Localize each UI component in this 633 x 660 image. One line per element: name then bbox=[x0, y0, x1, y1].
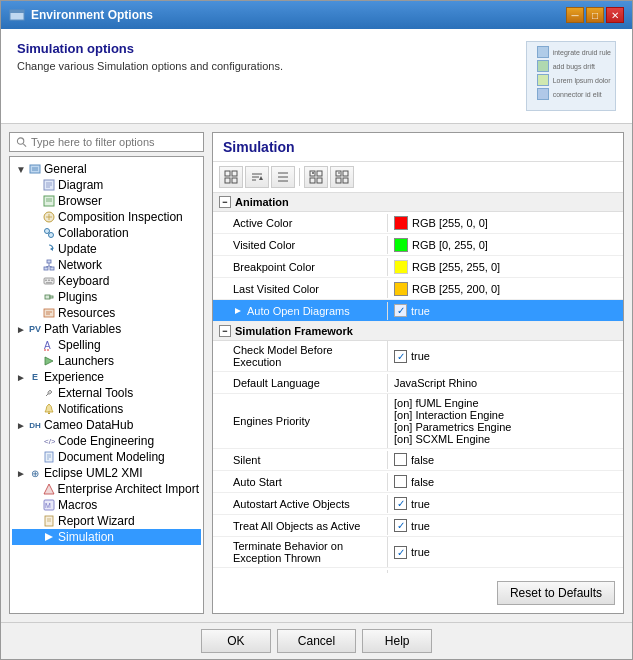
toolbar-btn-grid[interactable] bbox=[219, 166, 243, 188]
section-sim-framework[interactable]: − Simulation Framework bbox=[213, 322, 623, 341]
close-button[interactable]: ✕ bbox=[606, 7, 624, 23]
tree-item-doc-modeling[interactable]: Document Modeling bbox=[12, 449, 201, 465]
text-silent: false bbox=[411, 454, 434, 466]
tree-item-launchers[interactable]: Launchers bbox=[12, 353, 201, 369]
tree-item-browser[interactable]: Browser bbox=[12, 193, 201, 209]
tree-icon-simulation bbox=[42, 530, 56, 544]
prop-auto-open-diagrams: Auto Open Diagrams true bbox=[213, 300, 623, 322]
help-button[interactable]: Help bbox=[362, 629, 432, 653]
tree-label-code-eng: Code Engineering bbox=[58, 434, 154, 448]
prop-value-engines[interactable]: [on] fUML Engine [on] Interaction Engine… bbox=[388, 394, 623, 448]
tree-item-macros[interactable]: M Macros bbox=[12, 497, 201, 513]
checkbox-auto-open[interactable] bbox=[394, 304, 407, 317]
tree-item-simulation[interactable]: Simulation bbox=[12, 529, 201, 545]
toolbar-btn-collapse[interactable] bbox=[330, 166, 354, 188]
maximize-button[interactable]: □ bbox=[586, 7, 604, 23]
doc-icon-2 bbox=[537, 60, 549, 72]
prop-name-treat-all: Treat All Objects as Active bbox=[213, 517, 388, 535]
tree-toggle-eclipse[interactable]: ► bbox=[14, 466, 28, 480]
tree-item-cameo[interactable]: ► DH Cameo DataHub bbox=[12, 417, 201, 433]
tree-item-ent-arch[interactable]: Enterprise Architect Import bbox=[12, 481, 201, 497]
tree-item-path-variables[interactable]: ► PV Path Variables bbox=[12, 321, 201, 337]
text-autostart-active: true bbox=[411, 498, 430, 510]
prop-value-visited-color[interactable]: RGB [0, 255, 0] bbox=[388, 235, 623, 255]
ok-button[interactable]: OK bbox=[201, 629, 271, 653]
checkbox-auto-start[interactable] bbox=[394, 475, 407, 488]
checkbox-terminate[interactable] bbox=[394, 546, 407, 559]
toolbar-btn-sort[interactable] bbox=[245, 166, 269, 188]
tree-item-composition[interactable]: Composition Inspection bbox=[12, 209, 201, 225]
color-swatch-last-visited[interactable] bbox=[394, 282, 408, 296]
tree-icon-diagram bbox=[42, 178, 56, 192]
environment-options-window: Environment Options ─ □ ✕ Simulation opt… bbox=[0, 0, 633, 660]
color-swatch-visited[interactable] bbox=[394, 238, 408, 252]
prop-value-auto-open[interactable]: true bbox=[388, 301, 623, 320]
tree-item-diagram[interactable]: Diagram bbox=[12, 177, 201, 193]
text-treat-all: true bbox=[411, 520, 430, 532]
checkbox-silent[interactable] bbox=[394, 453, 407, 466]
prop-value-autostart-active[interactable]: true bbox=[388, 494, 623, 513]
tree-icon-path: PV bbox=[28, 322, 42, 336]
tree-label-plugins: Plugins bbox=[58, 290, 97, 304]
engine-line-4: [on] SCXML Engine bbox=[394, 433, 617, 445]
svg-rect-33 bbox=[50, 296, 53, 298]
tree-icon-ent-arch bbox=[42, 482, 56, 496]
section-toggle-animation[interactable]: − bbox=[219, 196, 231, 208]
tree-item-collaboration[interactable]: Collaboration bbox=[12, 225, 201, 241]
tree-item-general[interactable]: ▼ General bbox=[12, 161, 201, 177]
checkbox-autostart-active[interactable] bbox=[394, 497, 407, 510]
tree-item-spelling[interactable]: A Spelling bbox=[12, 337, 201, 353]
tree-item-keyboard[interactable]: Keyboard bbox=[12, 273, 201, 289]
search-input[interactable] bbox=[31, 136, 197, 148]
color-swatch-active[interactable] bbox=[394, 216, 408, 230]
tree-label-doc-modeling: Document Modeling bbox=[58, 450, 165, 464]
tree-toggle-exp[interactable]: ► bbox=[14, 370, 28, 384]
svg-marker-53 bbox=[45, 533, 53, 541]
reset-defaults-button[interactable]: Reset to Defaults bbox=[497, 581, 615, 605]
prop-value-last-visited[interactable]: RGB [255, 200, 0] bbox=[388, 279, 623, 299]
tree-item-plugins[interactable]: Plugins bbox=[12, 289, 201, 305]
tree-item-update[interactable]: Update bbox=[12, 241, 201, 257]
tree-icon-eclipse: ⊕ bbox=[28, 466, 42, 480]
minimize-button[interactable]: ─ bbox=[566, 7, 584, 23]
tree-toggle-general[interactable]: ▼ bbox=[14, 162, 28, 176]
section-animation[interactable]: − Animation bbox=[213, 193, 623, 212]
toolbar-btn-list[interactable] bbox=[271, 166, 295, 188]
tree-item-eclipse[interactable]: ► ⊕ Eclipse UML2 XMI bbox=[12, 465, 201, 481]
svg-rect-68 bbox=[317, 171, 322, 176]
prop-value-auto-start[interactable]: false bbox=[388, 472, 623, 491]
prop-value-breakpoint-color[interactable]: RGB [255, 255, 0] bbox=[388, 257, 623, 277]
tree-toggle-path[interactable]: ► bbox=[14, 322, 28, 336]
tree-item-report-wizard[interactable]: Report Wizard bbox=[12, 513, 201, 529]
toolbar-btn-expand[interactable] bbox=[304, 166, 328, 188]
tree-item-code-eng[interactable]: </> Code Engineering bbox=[12, 433, 201, 449]
svg-text:A: A bbox=[44, 340, 51, 351]
cancel-button[interactable]: Cancel bbox=[277, 629, 356, 653]
search-box[interactable] bbox=[9, 132, 204, 152]
prop-value-check-model[interactable]: true bbox=[388, 347, 623, 366]
color-swatch-breakpoint[interactable] bbox=[394, 260, 408, 274]
prop-value-active-color[interactable]: RGB [255, 0, 0] bbox=[388, 213, 623, 233]
prop-value-terminate[interactable]: true bbox=[388, 543, 623, 562]
checkbox-treat-all[interactable] bbox=[394, 519, 407, 532]
checkbox-check-model[interactable] bbox=[394, 350, 407, 363]
tree-icon-browser bbox=[42, 194, 56, 208]
tree-icon-resources bbox=[42, 306, 56, 320]
prop-value-silent[interactable]: false bbox=[388, 450, 623, 469]
prop-value-default-lang[interactable]: JavaScript Rhino bbox=[388, 374, 623, 392]
tree-item-external-tools[interactable]: External Tools bbox=[12, 385, 201, 401]
prop-value-treat-all[interactable]: true bbox=[388, 516, 623, 535]
toolbar-row bbox=[213, 162, 623, 193]
doc-line-2: add bugs drift bbox=[553, 63, 595, 70]
tree-item-network[interactable]: Network bbox=[12, 257, 201, 273]
tree-item-notifications[interactable]: Notifications bbox=[12, 401, 201, 417]
text-check-model: true bbox=[411, 350, 430, 362]
svg-marker-47 bbox=[44, 484, 54, 494]
tree-item-resources[interactable]: Resources bbox=[12, 305, 201, 321]
tree-item-experience[interactable]: ► E Experience bbox=[12, 369, 201, 385]
svg-text:M: M bbox=[45, 502, 51, 509]
left-panel: ▼ General Diagram bbox=[9, 132, 204, 614]
tree-toggle-cameo[interactable]: ► bbox=[14, 418, 28, 432]
header-title: Simulation options bbox=[17, 41, 514, 56]
section-toggle-sim-framework[interactable]: − bbox=[219, 325, 231, 337]
